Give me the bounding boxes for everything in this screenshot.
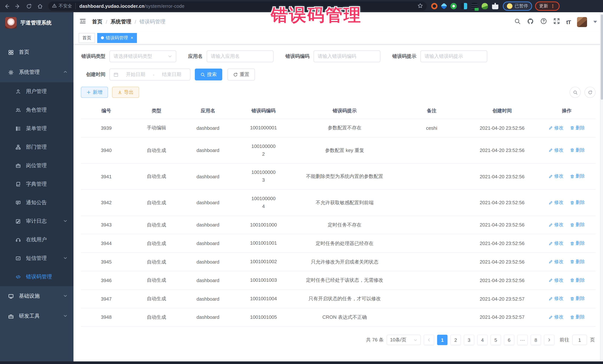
edit-link[interactable]: 修改 bbox=[549, 199, 564, 206]
sidebar-item-depts[interactable]: 部门管理 bbox=[0, 138, 73, 156]
security-label[interactable]: 不安全 bbox=[59, 3, 72, 9]
browser-update-button[interactable]: 更新 ⋮ bbox=[535, 1, 560, 11]
sidebar-item-roles[interactable]: 角色管理 bbox=[0, 101, 73, 119]
cell-remark bbox=[397, 164, 466, 190]
cell-app: dashboard bbox=[181, 253, 235, 271]
extension-icon[interactable] bbox=[451, 3, 457, 9]
page-number-button[interactable]: 2 bbox=[451, 335, 461, 345]
browser-reload-icon[interactable] bbox=[26, 3, 32, 9]
edit-link[interactable]: 修改 bbox=[549, 125, 564, 131]
avatar-caret-icon[interactable] bbox=[593, 21, 597, 23]
cell-type: 自动生成 bbox=[132, 271, 181, 290]
page-size-select[interactable]: 10条/页 bbox=[387, 335, 421, 345]
extension-icon[interactable] bbox=[492, 3, 498, 9]
page-number-button[interactable]: 1 bbox=[437, 335, 448, 345]
tag-error-code[interactable]: 错误码管理 × bbox=[97, 33, 137, 43]
extension-icon[interactable] bbox=[441, 3, 448, 10]
search-button[interactable]: 搜索 bbox=[195, 69, 222, 80]
header-search-icon[interactable] bbox=[514, 18, 521, 26]
scrollbar-thumb[interactable] bbox=[601, 14, 603, 100]
next-page-button[interactable] bbox=[544, 335, 554, 345]
error-hint-input[interactable]: 请输入错误码提示 bbox=[420, 50, 487, 62]
tag-close-icon[interactable]: × bbox=[131, 35, 133, 40]
sidebar-item-system[interactable]: 系统管理 bbox=[0, 62, 73, 82]
extension-icon[interactable] bbox=[431, 3, 438, 9]
browser-menu-icon[interactable]: ⋮ bbox=[550, 3, 556, 9]
page-number-button[interactable]: 6 bbox=[504, 335, 514, 345]
table-row: 3939 手动编辑 dashboard 1001000001 参数配置不存在 c… bbox=[81, 119, 596, 137]
date-range-picker[interactable]: 开始日期 - 结束日期 bbox=[109, 69, 190, 80]
extension-icon[interactable] bbox=[461, 3, 467, 9]
edit-link[interactable]: 修改 bbox=[549, 147, 564, 154]
sidebar-item-error-code[interactable]: 错误码管理 bbox=[0, 268, 73, 286]
error-type-select[interactable]: 请选择错误码类型 bbox=[109, 50, 176, 62]
prev-page-button[interactable] bbox=[424, 335, 434, 345]
user-avatar[interactable] bbox=[577, 17, 587, 27]
sidebar-item-posts[interactable]: 岗位管理 bbox=[0, 156, 73, 175]
page-number-button[interactable]: 5 bbox=[491, 335, 501, 345]
app-name-input[interactable]: 请输入应用名 bbox=[207, 50, 274, 62]
refresh-table-button[interactable] bbox=[584, 87, 596, 98]
sidebar-item-home[interactable]: 首页 bbox=[0, 42, 73, 62]
help-icon[interactable] bbox=[540, 18, 547, 26]
browser-forward-icon[interactable] bbox=[15, 3, 21, 9]
tag-home[interactable]: 首页 bbox=[79, 33, 95, 43]
delete-link[interactable]: 删除 bbox=[570, 125, 585, 131]
delete-link[interactable]: 删除 bbox=[570, 314, 585, 320]
sidebar-item-users[interactable]: 用户管理 bbox=[0, 82, 73, 101]
screenshot-annotation: 错误码管理 bbox=[271, 4, 362, 27]
delete-link[interactable]: 删除 bbox=[570, 222, 585, 228]
extension-icon[interactable] bbox=[471, 3, 477, 9]
sidebar-item-online-users[interactable]: 在线用户 bbox=[0, 231, 73, 249]
page-number-button[interactable]: 3 bbox=[464, 335, 474, 345]
add-button[interactable]: 新增 bbox=[81, 87, 108, 98]
page-number-button[interactable]: 8 bbox=[531, 335, 541, 345]
page-number-button[interactable]: 4 bbox=[477, 335, 487, 345]
sidebar-item-dict[interactable]: 字典管理 bbox=[0, 175, 73, 194]
delete-link[interactable]: 删除 bbox=[570, 147, 585, 154]
page-scrollbar[interactable] bbox=[600, 12, 603, 361]
github-icon[interactable] bbox=[527, 18, 534, 26]
sidebar-item-notice[interactable]: 通知公告 bbox=[0, 194, 73, 212]
page-content: 错误码类型 请选择错误码类型 应用名 请输入应用名 错误码编码 请输入错误码编码 bbox=[73, 44, 603, 361]
delete-link[interactable]: 删除 bbox=[570, 277, 585, 283]
font-size-icon[interactable]: tT bbox=[566, 19, 571, 25]
breadcrumb-system[interactable]: 系统管理 bbox=[111, 19, 131, 25]
error-code-input[interactable]: 请输入错误码编码 bbox=[313, 50, 380, 62]
reset-button[interactable]: 重置 bbox=[227, 69, 255, 80]
sidebar-item-menus[interactable]: 菜单管理 bbox=[0, 119, 73, 138]
cell-type: 手动编辑 bbox=[132, 119, 181, 137]
page-number-button[interactable]: ··· bbox=[517, 335, 528, 345]
edit-link[interactable]: 修改 bbox=[549, 173, 564, 180]
trash-icon bbox=[570, 315, 574, 319]
edit-link[interactable]: 修改 bbox=[549, 314, 564, 320]
edit-link[interactable]: 修改 bbox=[549, 277, 564, 283]
edit-link[interactable]: 修改 bbox=[549, 259, 564, 265]
delete-link[interactable]: 删除 bbox=[570, 199, 585, 206]
sidebar-item-audit-log[interactable]: 审计日志 bbox=[0, 212, 73, 231]
pencil-icon bbox=[549, 148, 553, 153]
browser-back-icon[interactable] bbox=[4, 3, 10, 9]
browser-home-icon[interactable] bbox=[37, 3, 43, 9]
fullscreen-icon[interactable] bbox=[553, 18, 560, 26]
toggle-search-button[interactable] bbox=[570, 87, 581, 98]
edit-link[interactable]: 修改 bbox=[549, 222, 564, 228]
delete-link[interactable]: 删除 bbox=[570, 296, 585, 302]
breadcrumb-home[interactable]: 首页 bbox=[92, 19, 103, 25]
sidebar-item-infra[interactable]: 基础设施 bbox=[0, 286, 73, 306]
delete-link[interactable]: 删除 bbox=[570, 173, 585, 180]
goto-page-input[interactable]: 1 bbox=[572, 335, 587, 345]
bookmark-star-icon[interactable] bbox=[417, 3, 423, 10]
address-bar[interactable]: 不安全 dashboard.yudao.iocoder.cn/system/er… bbox=[48, 1, 427, 11]
edit-link[interactable]: 修改 bbox=[549, 240, 564, 246]
delete-link[interactable]: 删除 bbox=[570, 259, 585, 265]
edit-link[interactable]: 修改 bbox=[549, 296, 564, 302]
extension-icon[interactable] bbox=[482, 3, 488, 9]
delete-link[interactable]: 删除 bbox=[570, 240, 585, 246]
sidebar-item-sms[interactable]: 短信管理 bbox=[0, 249, 73, 268]
sidebar-fold-icon[interactable] bbox=[79, 18, 86, 26]
app-logo[interactable]: 芋道管理系统 bbox=[0, 12, 73, 33]
profile-paused-badge[interactable]: 已暂停 bbox=[503, 1, 532, 11]
export-button[interactable]: 导出 bbox=[112, 87, 139, 98]
sidebar-item-devtools[interactable]: 研发工具 bbox=[0, 306, 73, 326]
